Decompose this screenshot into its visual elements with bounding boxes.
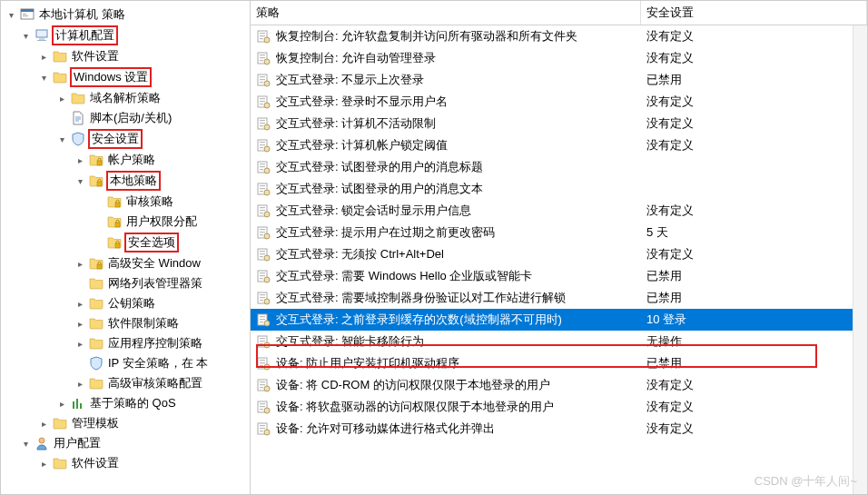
tree-account-policy[interactable]: ▸ 帐户策略 xyxy=(3,150,248,170)
tree-label: 管理模板 xyxy=(70,414,121,432)
policy-item-icon xyxy=(256,291,271,305)
tree-label: 本地策略 xyxy=(106,171,161,191)
tree-label: 域名解析策略 xyxy=(88,89,163,107)
folder-icon xyxy=(71,91,85,105)
tree-computer-config[interactable]: ▾ 计算机配置 xyxy=(3,25,248,46)
tree-advanced-audit[interactable]: ▸ 高级审核策略配置 xyxy=(3,373,248,393)
tree-user-software-settings[interactable]: ▸ 软件设置 xyxy=(3,453,248,473)
tree-ipsec[interactable]: IP 安全策略，在 本 xyxy=(3,353,248,373)
policy-row[interactable]: 交互式登录: 智能卡移除行为无操作 xyxy=(251,331,867,352)
policy-row[interactable]: 设备: 允许对可移动媒体进行格式化并弹出没有定义 xyxy=(251,418,867,440)
chevron-right-icon[interactable]: ▸ xyxy=(74,153,86,166)
policy-setting: 没有定义 xyxy=(646,246,862,262)
policy-row[interactable]: 交互式登录: 计算机帐户锁定阈值没有定义 xyxy=(251,134,867,156)
tree-label: 应用程序控制策略 xyxy=(106,334,204,352)
chevron-right-icon[interactable]: ▸ xyxy=(74,337,86,350)
chevron-right-icon[interactable]: ▸ xyxy=(37,50,50,63)
tree-advanced-firewall[interactable]: ▸ 高级安全 Window xyxy=(3,253,248,273)
policy-setting: 没有定义 xyxy=(646,137,862,153)
folder-icon xyxy=(89,276,104,291)
tree-root[interactable]: ▾ 本地计算机 策略 xyxy=(3,5,248,25)
tree-security-settings[interactable]: ▾ 安全设置 xyxy=(3,128,248,150)
policy-row[interactable]: 交互式登录: 提示用户在过期之前更改密码5 天 xyxy=(251,222,867,243)
chevron-down-icon[interactable]: ▾ xyxy=(74,174,86,187)
chevron-right-icon[interactable]: ▸ xyxy=(55,92,68,104)
tree-spacer xyxy=(74,277,86,290)
user-icon xyxy=(35,436,49,450)
policy-name: 交互式登录: 锁定会话时显示用户信息 xyxy=(276,203,646,219)
policy-row[interactable]: 交互式登录: 登录时不显示用户名没有定义 xyxy=(251,91,867,113)
policy-row[interactable]: 设备: 将 CD-ROM 的访问权限仅限于本地登录的用户没有定义 xyxy=(251,374,867,396)
policy-name: 交互式登录: 登录时不显示用户名 xyxy=(276,94,646,110)
tree-label: 审核策略 xyxy=(124,193,175,211)
chevron-down-icon[interactable]: ▾ xyxy=(19,29,32,42)
scrollbar[interactable] xyxy=(853,19,867,494)
policy-row[interactable]: 交互式登录: 试图登录的用户的消息标题 xyxy=(251,156,867,178)
policy-row[interactable]: 恢复控制台: 允许软盘复制并访问所有驱动器和所有文件夹没有定义 xyxy=(251,25,867,47)
policy-list-panel[interactable]: 策略 安全设置 恢复控制台: 允许软盘复制并访问所有驱动器和所有文件夹没有定义恢… xyxy=(251,1,867,494)
chevron-right-icon[interactable]: ▸ xyxy=(74,377,86,390)
policy-name: 交互式登录: 之前登录到缓存的次数(域控制器不可用时) xyxy=(276,312,646,328)
tree-label: 公钥策略 xyxy=(106,294,157,312)
policy-setting: 10 登录 xyxy=(646,312,862,328)
tree-network-list[interactable]: 网络列表管理器策 xyxy=(3,273,248,293)
tree-local-policy[interactable]: ▾ 本地策略 xyxy=(3,170,248,192)
tree-audit-policy[interactable]: 审核策略 xyxy=(3,192,248,212)
tree-app-control[interactable]: ▸ 应用程序控制策略 xyxy=(3,333,248,353)
tree-user-config[interactable]: ▾ 用户配置 xyxy=(3,433,248,453)
tree-public-key[interactable]: ▸ 公钥策略 xyxy=(3,293,248,313)
tree-scripts[interactable]: 脚本(启动/关机) xyxy=(3,108,248,128)
shield-icon xyxy=(71,132,85,146)
tree-windows-settings[interactable]: ▾ Windows 设置 xyxy=(3,66,248,88)
folder-icon xyxy=(89,336,104,351)
chevron-down-icon[interactable]: ▾ xyxy=(37,71,50,84)
tree-software-restriction[interactable]: ▸ 软件限制策略 xyxy=(3,313,248,333)
column-header-setting[interactable]: 安全设置 xyxy=(641,1,867,25)
tree-user-rights[interactable]: 用户权限分配 xyxy=(3,212,248,232)
chevron-right-icon[interactable]: ▸ xyxy=(37,417,50,430)
policy-row[interactable]: 交互式登录: 试图登录的用户的消息文本 xyxy=(251,178,867,200)
tree-qos[interactable]: ▸ 基于策略的 QoS xyxy=(3,393,248,413)
chevron-right-icon[interactable]: ▸ xyxy=(55,397,68,410)
policy-item-icon xyxy=(256,116,271,131)
tree-panel[interactable]: ▾ 本地计算机 策略 ▾ 计算机配置 ▸ 软件设置 ▾ Windows 设置 ▸… xyxy=(1,1,251,494)
chevron-down-icon[interactable]: ▾ xyxy=(19,437,32,450)
tree-admin-templates[interactable]: ▸ 管理模板 xyxy=(3,413,248,433)
policy-row[interactable]: 交互式登录: 需要 Windows Hello 企业版或智能卡已禁用 xyxy=(251,265,867,287)
policy-row[interactable]: 交互式登录: 需要域控制器身份验证以对工作站进行解锁已禁用 xyxy=(251,287,867,309)
chevron-right-icon[interactable]: ▸ xyxy=(74,257,86,270)
policy-row[interactable]: 交互式登录: 计算机不活动限制没有定义 xyxy=(251,113,867,134)
chevron-down-icon[interactable]: ▾ xyxy=(5,8,17,21)
policy-row[interactable]: 交互式登录: 锁定会话时显示用户信息没有定义 xyxy=(251,200,867,222)
tree-spacer xyxy=(92,236,104,249)
policy-name: 交互式登录: 提示用户在过期之前更改密码 xyxy=(276,224,646,241)
policy-row[interactable]: 设备: 防止用户安装打印机驱动程序已禁用 xyxy=(251,352,867,374)
policy-item-icon xyxy=(256,378,271,392)
column-header-policy[interactable]: 策略 xyxy=(251,1,641,25)
policy-item-icon xyxy=(256,73,271,87)
policy-row[interactable]: 交互式登录: 不显示上次登录已禁用 xyxy=(251,69,867,91)
tree-spacer xyxy=(74,357,86,370)
chevron-down-icon[interactable]: ▾ xyxy=(55,133,68,145)
folder-icon xyxy=(89,376,104,391)
folder-lock-icon xyxy=(107,235,122,250)
tree-label: 软件设置 xyxy=(70,47,121,65)
chevron-right-icon[interactable]: ▸ xyxy=(74,297,86,310)
policy-row[interactable]: 恢复控制台: 允许自动管理登录没有定义 xyxy=(251,47,867,69)
policy-setting: 没有定义 xyxy=(646,50,862,66)
tree-spacer xyxy=(92,215,104,228)
folder-lock-icon xyxy=(89,256,104,271)
tree-dns-policy[interactable]: ▸ 域名解析策略 xyxy=(3,88,248,108)
tree-software-settings[interactable]: ▸ 软件设置 xyxy=(3,46,248,66)
policy-row[interactable]: 交互式登录: 无须按 Ctrl+Alt+Del没有定义 xyxy=(251,243,867,265)
policy-name: 交互式登录: 需要 Windows Hello 企业版或智能卡 xyxy=(276,268,646,284)
policy-row[interactable]: 设备: 将软盘驱动器的访问权限仅限于本地登录的用户没有定义 xyxy=(251,396,867,418)
policy-name: 交互式登录: 无须按 Ctrl+Alt+Del xyxy=(276,246,646,262)
tree-label: 安全设置 xyxy=(88,129,143,149)
chevron-right-icon[interactable]: ▸ xyxy=(74,317,86,330)
shield-icon xyxy=(89,356,104,371)
tree-label: Windows 设置 xyxy=(70,67,152,87)
tree-security-options[interactable]: 安全选项 xyxy=(3,232,248,253)
policy-row[interactable]: 交互式登录: 之前登录到缓存的次数(域控制器不可用时)10 登录 xyxy=(251,309,867,331)
chevron-right-icon[interactable]: ▸ xyxy=(37,457,50,470)
